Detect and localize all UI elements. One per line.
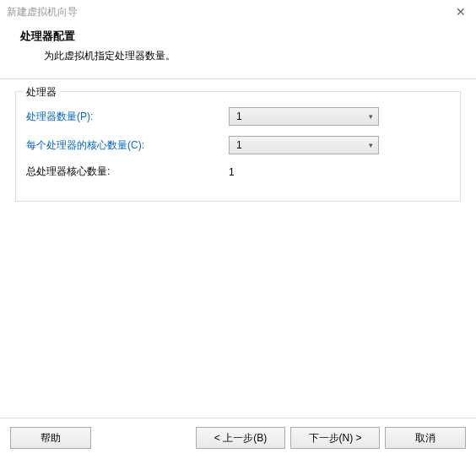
label-processor-count: 处理器数量(P): xyxy=(26,110,229,124)
titlebar: 新建虚拟机向导 ✕ xyxy=(0,0,476,24)
next-button[interactable]: 下一步(N) > xyxy=(290,427,380,449)
footer: 帮助 < 上一步(B) 下一步(N) > 取消 xyxy=(0,418,476,459)
row-processor-count: 处理器数量(P): 1 ▾ xyxy=(26,107,450,126)
dropdown-cores-per-processor[interactable]: 1 ▾ xyxy=(229,136,379,154)
dropdown-processor-count[interactable]: 1 ▾ xyxy=(229,107,379,126)
label-total-cores: 总处理器核心数量: xyxy=(26,165,229,179)
chevron-down-icon: ▾ xyxy=(369,141,373,149)
dropdown-cores-per-processor-value: 1 xyxy=(236,139,242,151)
content-area: 处理器 处理器数量(P): 1 ▾ 每个处理器的核心数量(C): 1 ▾ 总处理… xyxy=(0,79,476,202)
close-icon[interactable]: ✕ xyxy=(452,5,469,19)
chevron-down-icon: ▾ xyxy=(369,112,373,121)
row-cores-per-processor: 每个处理器的核心数量(C): 1 ▾ xyxy=(26,136,450,154)
page-title: 处理器配置 xyxy=(20,29,476,44)
processors-group: 处理器 处理器数量(P): 1 ▾ 每个处理器的核心数量(C): 1 ▾ 总处理… xyxy=(15,91,461,202)
back-button[interactable]: < 上一步(B) xyxy=(196,427,285,449)
dropdown-processor-count-value: 1 xyxy=(236,111,242,122)
page-description: 为此虚拟机指定处理器数量。 xyxy=(20,49,476,63)
group-title: 处理器 xyxy=(23,85,60,100)
row-total-cores: 总处理器核心数量: 1 xyxy=(26,165,450,179)
label-cores-per-processor: 每个处理器的核心数量(C): xyxy=(26,138,229,153)
cancel-button[interactable]: 取消 xyxy=(385,427,466,449)
header: 处理器配置 为此虚拟机指定处理器数量。 xyxy=(0,24,476,72)
value-total-cores: 1 xyxy=(229,166,235,178)
window-title: 新建虚拟机向导 xyxy=(7,5,78,19)
help-button[interactable]: 帮助 xyxy=(10,427,91,449)
